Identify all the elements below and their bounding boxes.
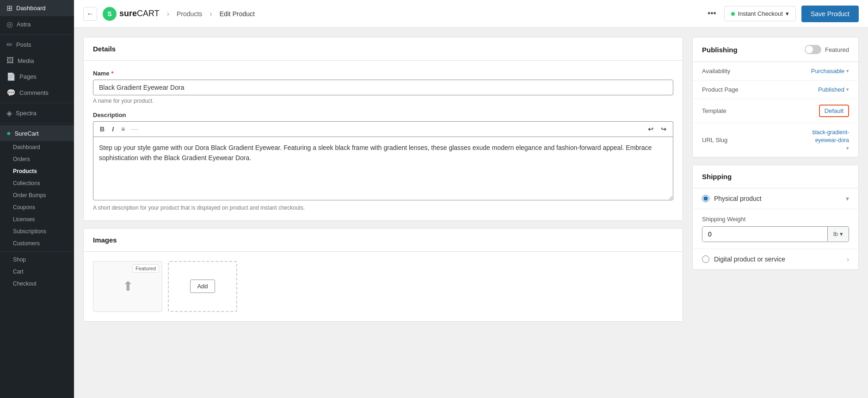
surecart-icon: ● — [6, 129, 11, 137]
topbar: ← S sureCART › Products › Edit Product •… — [74, 0, 868, 28]
sidebar-sub-orders[interactable]: Orders — [0, 153, 74, 165]
url-slug-label: URL Slug — [702, 137, 727, 143]
featured-toggle[interactable] — [805, 45, 821, 54]
undo-button[interactable]: ↩ — [646, 124, 655, 134]
shipping-weight-label: Shipping Weight — [702, 216, 849, 223]
publishing-title: Publishing — [702, 46, 738, 54]
redo-button[interactable]: ↪ — [659, 124, 668, 134]
desc-hint: A short description for your product tha… — [93, 205, 673, 211]
template-row: Template Default — [693, 99, 858, 123]
availability-caret-icon: ▾ — [846, 68, 849, 74]
breadcrumb-sep2: › — [209, 10, 212, 18]
images-card: Images Featured ⬆ Add — [83, 228, 683, 322]
featured-image-slot[interactable]: Featured ⬆ — [93, 261, 162, 312]
dashboard-icon: ⊞ — [6, 4, 12, 12]
sidebar-item-shop[interactable]: Shop — [0, 254, 74, 266]
sidebar-sub-order-bumps[interactable]: Order Bumps — [0, 189, 74, 201]
sidebar-item-surecart[interactable]: ● SureCart — [0, 125, 74, 141]
featured-label: Featured — [825, 46, 849, 53]
add-image-slot[interactable]: Add — [168, 261, 237, 312]
digital-product-radio[interactable] — [702, 255, 709, 263]
name-label: Name * — [93, 70, 673, 77]
sidebar-item-pages[interactable]: 📄 Pages — [0, 68, 74, 85]
description-textarea[interactable]: Step up your style game with our Dora Bl… — [93, 137, 673, 200]
instant-checkout-button[interactable]: Instant Checkout ▾ — [724, 6, 796, 21]
url-slug-text: black-gradient-eyewear-dora — [813, 129, 849, 144]
images-card-body: Featured ⬆ Add — [84, 252, 683, 321]
template-label: Template — [702, 107, 726, 114]
pages-icon: 📄 — [6, 72, 16, 81]
posts-icon: ✏ — [6, 40, 12, 49]
sidebar-item-spectra[interactable]: ◈ Spectra — [0, 105, 74, 121]
sidebar-item-comments[interactable]: 💬 Comments — [0, 85, 74, 101]
product-page-value[interactable]: Published ▾ — [818, 86, 849, 93]
availability-row: Availability Purchasable ▾ — [693, 62, 858, 81]
images-grid: Featured ⬆ Add — [93, 261, 673, 312]
product-page-label: Product Page — [702, 86, 739, 93]
brand-name: sureCART — [119, 9, 160, 19]
weight-unit-selector[interactable]: lb ▾ — [827, 227, 849, 241]
digital-product-option[interactable]: Digital product or service › — [693, 249, 858, 269]
physical-chevron-icon: ▾ — [846, 195, 849, 202]
bold-button[interactable]: B — [98, 124, 106, 134]
shipping-card: Shipping Physical product ▾ Shipping Wei… — [692, 165, 859, 270]
breadcrumb-current: Edit Product — [220, 10, 255, 18]
more-options-button[interactable]: ••• — [705, 7, 719, 21]
shipping-header: Shipping — [693, 165, 858, 188]
sidebar-sub-licenses[interactable]: Licenses — [0, 213, 74, 225]
template-value[interactable]: Default — [819, 105, 849, 117]
availability-label: Availability — [702, 68, 730, 75]
side-column: Publishing Featured Availability Purchas… — [692, 37, 859, 389]
product-page-row: Product Page Published ▾ — [693, 81, 858, 99]
main-wrapper: ← S sureCART › Products › Edit Product •… — [74, 0, 868, 398]
sidebar-sub-collections[interactable]: Collections — [0, 177, 74, 189]
shipping-weight-section: Shipping Weight lb ▾ — [693, 209, 858, 249]
sidebar-sub-customers[interactable]: Customers — [0, 237, 74, 249]
media-icon: 🖼 — [6, 56, 14, 65]
publishing-card: Publishing Featured Availability Purchas… — [692, 37, 859, 157]
sidebar-item-astra[interactable]: ◎ Astra — [0, 16, 74, 32]
sidebar-sub-dashboard[interactable]: Dashboard — [0, 141, 74, 153]
images-card-header: Images — [84, 229, 683, 252]
details-card: Details Name * A name for your product. … — [83, 37, 683, 221]
sidebar-item-checkout[interactable]: Checkout — [0, 278, 74, 290]
product-page-caret-icon: ▾ — [846, 87, 849, 93]
sidebar-item-posts[interactable]: ✏ Posts — [0, 37, 74, 53]
url-slug-row: URL Slug black-gradient-eyewear-dora ▾ — [693, 123, 858, 157]
product-name-input[interactable] — [93, 80, 673, 95]
sidebar-item-dashboard[interactable]: ⊞ Dashboard — [0, 0, 74, 16]
toolbar-separator: — — [130, 125, 138, 133]
sidebar-sub-subscriptions[interactable]: Subscriptions — [0, 225, 74, 237]
sidebar-item-media[interactable]: 🖼 Media — [0, 53, 74, 68]
sidebar-item-cart[interactable]: Cart — [0, 266, 74, 278]
featured-badge: Featured — [132, 264, 159, 273]
back-button[interactable]: ← — [83, 7, 97, 21]
instant-checkout-chevron-icon: ▾ — [786, 10, 789, 17]
main-column: Details Name * A name for your product. … — [83, 37, 683, 389]
italic-button[interactable]: I — [110, 124, 116, 134]
digital-chevron-icon: › — [847, 255, 849, 263]
weight-unit-chevron-icon: ▾ — [840, 230, 843, 237]
details-card-body: Name * A name for your product. Descript… — [84, 61, 683, 220]
breadcrumb-products[interactable]: Products — [177, 10, 202, 18]
surecart-logo-icon: S — [103, 7, 117, 21]
physical-product-label: Physical product — [714, 195, 841, 202]
instant-checkout-dot — [731, 12, 735, 16]
url-slug-value[interactable]: black-gradient-eyewear-dora ▾ — [813, 129, 849, 151]
spectra-icon: ◈ — [6, 109, 12, 118]
details-card-header: Details — [84, 37, 683, 61]
physical-product-radio[interactable] — [702, 195, 709, 202]
sidebar-sub-products[interactable]: Products — [0, 165, 74, 177]
list-button[interactable]: ≡ — [119, 124, 127, 134]
add-image-button[interactable]: Add — [190, 280, 215, 293]
shipping-weight-input-group: lb ▾ — [702, 226, 849, 242]
physical-product-option[interactable]: Physical product ▾ — [693, 188, 858, 209]
comments-icon: 💬 — [6, 88, 16, 97]
featured-toggle-row: Featured — [805, 45, 849, 54]
save-product-button[interactable]: Save Product — [801, 6, 859, 22]
url-slug-caret-icon: ▾ — [846, 145, 849, 151]
sidebar-sub-coupons[interactable]: Coupons — [0, 201, 74, 213]
weight-value-input[interactable] — [702, 227, 827, 242]
availability-value[interactable]: Purchasable ▾ — [811, 68, 849, 75]
publishing-header: Publishing Featured — [693, 37, 858, 62]
